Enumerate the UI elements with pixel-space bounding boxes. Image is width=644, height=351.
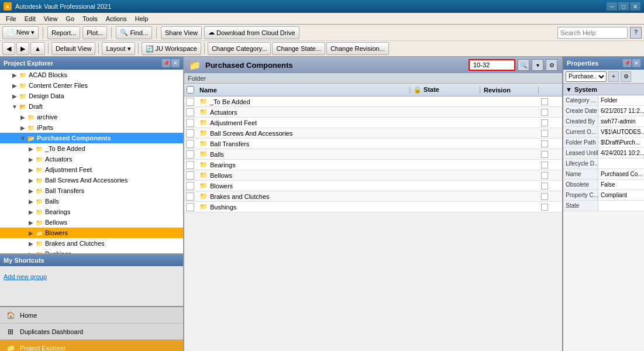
- row-cb-checkbox[interactable]: [541, 204, 548, 211]
- tree-expander-icon[interactable]: ▶: [27, 229, 35, 237]
- row-checkbox[interactable]: [186, 108, 194, 116]
- tree-expander-icon[interactable]: ▶: [27, 166, 35, 174]
- row-checkbox-cell[interactable]: [184, 129, 196, 137]
- row-checkbox-cell[interactable]: [184, 182, 196, 190]
- tree-expander-icon[interactable]: ▶: [19, 113, 27, 121]
- tree-item[interactable]: ▶📁Adjustment Feet: [0, 164, 183, 175]
- row-cb-checkbox[interactable]: [541, 140, 548, 147]
- row-cb-checkbox[interactable]: [541, 151, 548, 158]
- find-button[interactable]: 🔍 Find...: [116, 26, 152, 39]
- add-group-link[interactable]: Add new group: [0, 271, 183, 283]
- row-checkbox[interactable]: [186, 119, 194, 127]
- tree-item[interactable]: ▶📁ACAD Blocks: [0, 70, 183, 80]
- row-cb-checkbox[interactable]: [541, 183, 548, 190]
- center-search-settings[interactable]: ⚙: [546, 59, 557, 71]
- row-checkbox[interactable]: [186, 98, 194, 106]
- table-row[interactable]: 📁 Bearings: [184, 160, 562, 170]
- nav-home[interactable]: 🏠 Home: [0, 307, 183, 324]
- row-cb-checkbox[interactable]: [541, 130, 548, 137]
- forward-button[interactable]: ▶: [16, 42, 29, 55]
- change-state-button[interactable]: Change State...: [272, 42, 325, 55]
- table-row[interactable]: 📁 Brakes and Clutches: [184, 191, 562, 202]
- tree-expander-icon[interactable]: ▶: [27, 176, 35, 184]
- row-cb-checkbox[interactable]: [541, 161, 548, 168]
- row-checkbox[interactable]: [186, 192, 194, 201]
- row-checkbox-cell[interactable]: [184, 108, 196, 116]
- workspace-sync-button[interactable]: 🔄 JU Workspace: [142, 42, 201, 55]
- nav-duplicates[interactable]: ⊞ Duplicates Dashboard: [0, 324, 183, 340]
- menu-help[interactable]: Help: [132, 14, 152, 23]
- properties-controls[interactable]: 📌 ✕: [623, 59, 640, 67]
- search-help-button[interactable]: ?: [630, 27, 642, 39]
- tree-item[interactable]: ▶📁_To Be Added: [0, 143, 183, 154]
- properties-add-button[interactable]: +: [608, 71, 619, 82]
- tree-expander-icon[interactable]: ▶: [27, 239, 35, 247]
- tree-expander-icon[interactable]: ▶: [11, 81, 19, 90]
- panel-pin-button[interactable]: 📌: [162, 59, 170, 67]
- row-cb-checkbox[interactable]: [541, 119, 548, 126]
- row-cb-checkbox[interactable]: [541, 172, 548, 179]
- search-help-input[interactable]: [557, 27, 628, 39]
- row-checkbox[interactable]: [186, 161, 194, 169]
- properties-dropdown[interactable]: Purchase...: [566, 71, 607, 82]
- col-revision-header[interactable]: Revision: [480, 87, 539, 94]
- row-checkbox-cell[interactable]: [184, 203, 196, 211]
- tree-item[interactable]: ▶📁Ball Screws And Accessories: [0, 175, 183, 185]
- tree-item[interactable]: ▶📁Balls: [0, 196, 183, 207]
- tree-expander-icon[interactable]: ▶: [19, 123, 27, 132]
- tree-expander-icon[interactable]: ▶: [27, 144, 35, 153]
- table-row[interactable]: 📁 Bellows: [184, 170, 562, 181]
- panel-close-button[interactable]: ✕: [171, 59, 180, 67]
- report-button[interactable]: Report...: [47, 26, 80, 39]
- menu-view[interactable]: View: [40, 14, 61, 23]
- row-checkbox-cell[interactable]: [184, 171, 196, 180]
- row-checkbox-cell[interactable]: [184, 161, 196, 169]
- table-row[interactable]: 📁 Ball Transfers: [184, 139, 562, 149]
- title-bar-controls[interactable]: ─ □ ✕: [607, 2, 640, 11]
- menu-edit[interactable]: Edit: [21, 14, 39, 23]
- table-row[interactable]: 📁 Bushings: [184, 202, 562, 212]
- row-checkbox-cell[interactable]: [184, 119, 196, 127]
- tree-item[interactable]: ▶📁Content Center Files: [0, 80, 183, 91]
- properties-settings-button[interactable]: ⚙: [621, 71, 631, 82]
- col-name-header[interactable]: Name: [196, 87, 410, 94]
- row-cb-checkbox[interactable]: [541, 109, 548, 116]
- select-all-checkbox[interactable]: [187, 86, 194, 94]
- nav-project-explorer[interactable]: 📁 Project Explorer: [0, 340, 183, 351]
- plot-button[interactable]: Plot...: [82, 26, 107, 39]
- minimize-button[interactable]: ─: [607, 2, 617, 11]
- row-cb-checkbox[interactable]: [541, 98, 548, 105]
- tree-expander-icon[interactable]: ▶: [27, 197, 35, 205]
- center-search-dropdown[interactable]: ▾: [532, 59, 543, 71]
- tree-expander-icon[interactable]: ▶: [27, 208, 35, 216]
- tree-item[interactable]: ▶📁Bearings: [0, 207, 183, 217]
- tree-item[interactable]: ▶📁Actuators: [0, 154, 183, 164]
- panel-header-controls[interactable]: 📌 ✕: [162, 59, 180, 67]
- table-row[interactable]: 📁 Balls: [184, 149, 562, 160]
- tree-item[interactable]: ▶📁iParts: [0, 122, 183, 133]
- tree-expander-icon[interactable]: ▶: [11, 92, 19, 100]
- maximize-button[interactable]: □: [618, 2, 629, 11]
- up-button[interactable]: ▲: [30, 42, 45, 55]
- close-button[interactable]: ✕: [630, 2, 640, 11]
- tree-item[interactable]: ▶📁Ball Transfers: [0, 185, 183, 196]
- row-checkbox-cell[interactable]: [184, 140, 196, 148]
- row-checkbox[interactable]: [186, 150, 194, 159]
- row-checkbox[interactable]: [186, 203, 194, 211]
- tree-item[interactable]: ▼📂Draft: [0, 101, 183, 112]
- table-row[interactable]: 📁 Ball Screws And Accessories: [184, 128, 562, 139]
- tree-item[interactable]: ▶📁Design Data: [0, 91, 183, 101]
- properties-close-button[interactable]: ✕: [632, 59, 640, 67]
- center-search-input[interactable]: [469, 59, 515, 71]
- tree-expander-icon[interactable]: ▶: [27, 155, 35, 163]
- tree-expander-icon[interactable]: ▶: [27, 187, 35, 195]
- table-row[interactable]: 📁 Blowers: [184, 181, 562, 191]
- table-row[interactable]: 📁 Adjustment Feet: [184, 118, 562, 128]
- row-cb-checkbox[interactable]: [541, 193, 548, 200]
- default-view-button[interactable]: Default View: [51, 42, 96, 55]
- tree-expander-icon[interactable]: ▶: [27, 218, 35, 226]
- center-search-button[interactable]: 🔍: [518, 59, 529, 71]
- tree-expander-icon[interactable]: ▶: [11, 71, 19, 79]
- tree-item[interactable]: ▶📁archive: [0, 112, 183, 122]
- menu-tools[interactable]: Tools: [79, 14, 101, 23]
